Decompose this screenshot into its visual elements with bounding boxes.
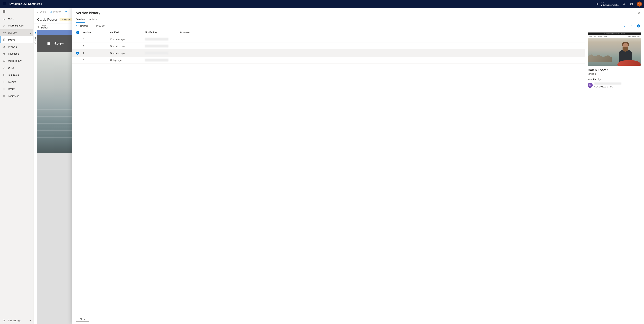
restore-icon xyxy=(76,25,79,27)
svg-point-32 xyxy=(4,95,5,96)
site-label: Site xyxy=(601,1,618,4)
sidebar-item-publish-groups[interactable]: Publish groups xyxy=(0,22,33,29)
svg-point-35 xyxy=(38,26,39,27)
col-modified-by[interactable]: Modified by xyxy=(145,31,180,34)
svg-rect-28 xyxy=(3,88,4,90)
status-badge: Published, xyxy=(60,18,72,21)
svg-rect-7 xyxy=(4,5,5,5)
cell-modified-by xyxy=(145,59,180,61)
sidebar-item-label: Layouts xyxy=(8,81,16,83)
toolbar-label: Restore xyxy=(80,25,88,27)
sidebar-item-label: Audiences xyxy=(8,95,19,97)
svg-point-33 xyxy=(4,320,4,321)
preview-button[interactable]: Preview xyxy=(50,10,62,13)
sidebar-item-label: Products xyxy=(8,45,17,48)
app-launcher-icon[interactable] xyxy=(2,1,8,7)
cell-version: 1 xyxy=(83,52,110,54)
globe-icon xyxy=(595,2,600,6)
sidebar-item-media-library[interactable]: Media library xyxy=(0,57,33,64)
user-avatar[interactable]: NH xyxy=(637,1,642,6)
svg-rect-4 xyxy=(4,4,5,4)
svg-point-14 xyxy=(4,32,4,33)
sidebar-item-label: Live site xyxy=(8,31,16,34)
notifications-icon[interactable] xyxy=(622,2,626,6)
thumb-nav: Apparel ˅Gear ˅Participate ˅Initiative ˅… xyxy=(588,35,641,38)
sidebar-item-layouts[interactable]: Layouts xyxy=(0,78,33,85)
col-version[interactable]: Version↓ xyxy=(83,31,110,34)
cell-version: 2 xyxy=(83,45,110,47)
broadcast-icon xyxy=(3,31,6,34)
modifier-avatar: N xyxy=(588,83,593,88)
sidebar-item-audiences[interactable]: Audiences xyxy=(0,92,33,99)
sidebar-item-label: Media library xyxy=(8,59,22,62)
select-all-checkbox[interactable]: ✓ xyxy=(76,31,79,34)
version-history-panel: Version history Version Activity Restore… xyxy=(72,8,644,324)
top-bar: Dynamics 365 Commerce Site adventure wor… xyxy=(0,0,644,8)
table-row[interactable]: 047 days ago xyxy=(72,57,585,64)
cell-modified: 34 minutes ago xyxy=(110,52,145,54)
templates-icon xyxy=(3,73,6,76)
close-button[interactable]: Close xyxy=(76,317,89,322)
close-icon[interactable] xyxy=(638,12,640,14)
preview-hamburger-icon: ☰ xyxy=(47,41,50,45)
sidebar-toggle-icon[interactable] xyxy=(0,8,33,15)
svg-point-34 xyxy=(38,26,39,27)
thumb-promo: Buy 3 or more surf products and get 25% … xyxy=(588,32,641,35)
products-icon xyxy=(3,45,6,48)
sidebar-item-home[interactable]: Home xyxy=(0,15,33,22)
tab-activity[interactable]: Activity xyxy=(89,16,97,23)
tab-version[interactable]: Version xyxy=(76,16,85,23)
col-modified[interactable]: Modified xyxy=(110,31,145,34)
delete-button[interactable]: Delete xyxy=(36,10,46,13)
version-thumbnail: Buy 3 or more surf products and get 25% … xyxy=(588,32,641,66)
restore-button[interactable]: Restore xyxy=(76,25,88,27)
sidebar-item-fragments[interactable]: Fragments xyxy=(0,50,33,57)
filter-icon[interactable] xyxy=(623,25,626,27)
panel-title: Version history xyxy=(76,11,100,15)
cell-modified: 34 minutes ago xyxy=(110,45,145,47)
cell-modified: 33 minutes ago xyxy=(110,38,145,40)
detail-title: Caleb Foster xyxy=(588,68,641,72)
audiences-icon xyxy=(3,94,6,97)
sidebar-item-live-site[interactable]: Live site xyxy=(0,29,33,36)
sidebar-item-templates[interactable]: Templates xyxy=(0,71,33,78)
table-row[interactable]: 234 minutes ago xyxy=(72,43,585,50)
sidebar-item-label: URLs xyxy=(8,66,14,69)
table-header: ✓ Version↓ Modified Modified by Comment xyxy=(72,29,585,36)
fragments-icon xyxy=(3,52,6,55)
share-button[interactable] xyxy=(65,10,67,13)
modified-by-row: N 6/15/2022, 2:07 PM xyxy=(588,82,641,88)
target-icon xyxy=(37,26,40,28)
site-selector[interactable]: Site adventure works xyxy=(595,1,618,6)
row-checkbox[interactable]: ✓ xyxy=(76,52,79,55)
expand-outline-icon[interactable] xyxy=(35,32,36,34)
modified-by-heading: Modified by xyxy=(588,78,641,81)
outline-rail: Outline xyxy=(34,30,37,324)
cell-modified-by xyxy=(145,38,180,40)
sort-icon[interactable] xyxy=(629,25,634,27)
svg-rect-25 xyxy=(3,81,5,83)
svg-rect-29 xyxy=(4,88,5,89)
table-row[interactable]: ✓134 minutes ago xyxy=(72,50,585,57)
help-icon[interactable] xyxy=(629,2,634,6)
col-comment[interactable]: Comment xyxy=(180,31,584,34)
panel-tabs: Version Activity xyxy=(72,16,644,23)
table-row[interactable]: 333 minutes ago xyxy=(72,36,585,43)
cmd-label: Preview xyxy=(53,10,62,13)
sidebar-item-urls[interactable]: URLs xyxy=(0,64,33,71)
info-icon[interactable]: i xyxy=(637,24,640,27)
cell-version: 3 xyxy=(83,38,110,40)
sidebar-item-design[interactable]: Design xyxy=(0,85,33,92)
sidebar-item-label: Home xyxy=(8,17,14,20)
svg-rect-0 xyxy=(3,3,4,3)
sidebar-item-pages[interactable]: Pages xyxy=(0,36,33,43)
cell-modified-by xyxy=(145,52,180,54)
panel-toolbar: Restore Preview i xyxy=(72,23,644,29)
svg-rect-3 xyxy=(3,4,4,4)
svg-point-20 xyxy=(4,54,4,55)
sidebar-item-site-settings[interactable]: Site settings xyxy=(0,317,33,324)
design-icon xyxy=(3,87,6,90)
preview-version-button[interactable]: Preview xyxy=(92,25,104,27)
sidebar-item-products[interactable]: Products xyxy=(0,43,33,50)
target-label: Target xyxy=(41,24,48,26)
